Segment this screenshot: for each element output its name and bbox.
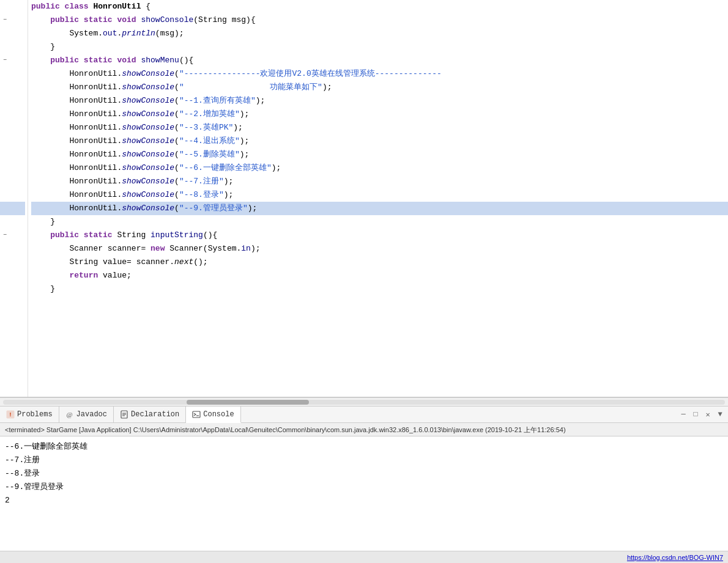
horizontal-scrollbar[interactable] [0, 397, 728, 406]
fold-marker-8 [0, 94, 10, 108]
code-line-18: public static String inputString(){ [31, 229, 728, 242]
code-line-21: return value; [31, 269, 728, 282]
console-area: <terminated> StarGame [Java Application]… [0, 423, 728, 554]
line-number-14 [10, 175, 25, 188]
line-number-12 [10, 148, 25, 161]
code-line-20: String value= scanner.next(); [31, 256, 728, 269]
line-number-4 [10, 40, 25, 54]
tab-javadoc-label: Javadoc [76, 410, 107, 419]
line-number-16 [10, 202, 25, 215]
fold-marker-6 [0, 67, 10, 81]
fold-marker-22 [0, 282, 10, 296]
line-number-17 [10, 215, 25, 229]
tab-problems-label: Problems [17, 410, 53, 419]
code-line-15: HonronUtil.showConsole("--8.登录"); [31, 188, 728, 202]
fold-marker-14 [0, 175, 10, 188]
fold-marker-17 [0, 215, 10, 229]
fold-marker-7 [0, 81, 10, 94]
maximize-button[interactable]: □ [691, 410, 700, 419]
line-numbers [10, 0, 28, 397]
javadoc-icon: @ [65, 410, 74, 419]
line-number-3 [10, 27, 25, 40]
line-number-21 [10, 269, 25, 282]
console-line: 2 [5, 494, 723, 507]
code-line-11: HonronUtil.showConsole("--4.退出系统"); [31, 134, 728, 148]
line-number-6 [10, 67, 25, 81]
fold-marker-20 [0, 256, 10, 269]
tab-declaration-label: Declaration [131, 410, 179, 419]
fold-marker-21 [0, 269, 10, 282]
line-number-9 [10, 108, 25, 121]
view-menu-button[interactable]: ▼ [715, 410, 725, 419]
line-number-7 [10, 81, 25, 94]
status-bar: https://blog.csdn.net/BOG-WIN7 [0, 551, 728, 563]
fold-marker-9 [0, 108, 10, 121]
fold-column: −−− [0, 0, 10, 397]
declaration-icon [120, 410, 128, 419]
tab-problems[interactable]: ! Problems [0, 407, 59, 422]
problems-icon: ! [6, 410, 15, 419]
code-line-10: HonronUtil.showConsole("--3.英雄PK"); [31, 121, 728, 134]
fold-marker-19 [0, 242, 10, 256]
tab-controls: ― □ ✕ ▼ [678, 407, 728, 422]
console-output: --6.一键删除全部英雄--7.注册--8.登录--9.管理员登录2 [0, 436, 728, 511]
tab-console-label: Console [203, 410, 234, 419]
code-editor: −−− public class HonronUtil { public sta… [0, 0, 728, 397]
line-number-19 [10, 242, 25, 256]
code-line-12: HonronUtil.showConsole("--5.删除英雄"); [31, 148, 728, 161]
tab-console[interactable]: Console [186, 407, 240, 423]
code-line-7: HonronUtil.showConsole(" 功能菜单如下"); [31, 81, 728, 94]
line-number-5 [10, 54, 25, 67]
fold-marker-5[interactable]: − [0, 54, 10, 67]
code-line-2: public static void showConsole(String ms… [31, 13, 728, 27]
code-line-8: HonronUtil.showConsole("--1.查询所有英雄"); [31, 94, 728, 108]
code-line-17: } [31, 215, 728, 229]
console-line: --6.一键删除全部英雄 [5, 440, 723, 454]
fold-marker-1 [0, 0, 10, 13]
fold-marker-16 [0, 202, 10, 215]
scrollbar-track[interactable] [3, 400, 725, 405]
console-icon [192, 410, 201, 419]
line-number-11 [10, 134, 25, 148]
close-view-button[interactable]: ✕ [703, 410, 713, 419]
line-number-15 [10, 188, 25, 202]
code-line-3: System.out.println(msg); [31, 27, 728, 40]
fold-marker-2[interactable]: − [0, 13, 10, 27]
fold-marker-12 [0, 148, 10, 161]
minimize-button[interactable]: ― [678, 410, 688, 419]
fold-marker-3 [0, 27, 10, 40]
fold-marker-13 [0, 161, 10, 175]
code-line-16: HonronUtil.showConsole("--9.管理员登录"); [31, 202, 728, 215]
line-number-1 [10, 0, 25, 13]
line-number-2 [10, 13, 25, 27]
tab-bar: ! Problems @ Javadoc Declaration Consol [0, 406, 728, 423]
console-line: --8.登录 [5, 467, 723, 480]
tab-declaration[interactable]: Declaration [114, 407, 186, 422]
console-line: --9.管理员登录 [5, 480, 723, 494]
fold-marker-15 [0, 188, 10, 202]
fold-marker-4 [0, 40, 10, 54]
line-number-20 [10, 256, 25, 269]
code-line-9: HonronUtil.showConsole("--2.增加英雄"); [31, 108, 728, 121]
code-line-13: HonronUtil.showConsole("--6.一键删除全部英雄"); [31, 161, 728, 175]
code-line-5: public static void showMenu(){ [31, 54, 728, 67]
line-number-18 [10, 229, 25, 242]
code-line-1: public class HonronUtil { [31, 0, 728, 13]
line-number-8 [10, 94, 25, 108]
code-line-19: Scanner scanner= new Scanner(System.in); [31, 242, 728, 256]
line-number-13 [10, 161, 25, 175]
svg-text:!: ! [9, 412, 12, 418]
code-line-22: } [31, 282, 728, 296]
code-line-6: HonronUtil.showConsole("----------------… [31, 67, 728, 81]
fold-marker-10 [0, 121, 10, 134]
line-number-22 [10, 282, 25, 296]
code-lines: public class HonronUtil { public static … [28, 0, 728, 397]
fold-marker-18[interactable]: − [0, 229, 10, 242]
status-link[interactable]: https://blog.csdn.net/BOG-WIN7 [627, 554, 723, 561]
line-number-10 [10, 121, 25, 134]
code-line-14: HonronUtil.showConsole("--7.注册"); [31, 175, 728, 188]
tab-javadoc[interactable]: @ Javadoc [59, 407, 114, 422]
code-line-4: } [31, 40, 728, 54]
scrollbar-thumb[interactable] [187, 400, 309, 405]
fold-marker-11 [0, 134, 10, 148]
